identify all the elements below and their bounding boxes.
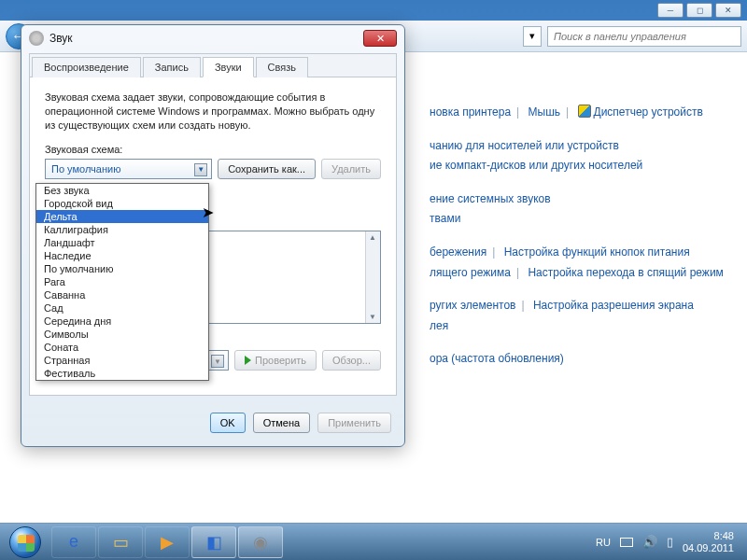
link-mouse[interactable]: Мышь — [529, 105, 561, 119]
scheme-label: Звуковая схема: — [45, 144, 381, 155]
window-titlebar: ─ ◻ ✕ — [0, 0, 747, 21]
dropdown-item[interactable]: Каллиграфия — [36, 223, 208, 236]
tab-playback[interactable]: Воспроизведение — [32, 57, 141, 77]
dropdown-item[interactable]: Странная — [36, 354, 208, 367]
link-display[interactable]: лея — [430, 319, 448, 332]
browse-button: Обзор... — [322, 350, 381, 371]
scheme-combobox[interactable]: По умолчанию ▼ — [45, 159, 212, 179]
link-sleep-transition[interactable]: Настройка перехода в спящий режим — [528, 266, 723, 279]
cancel-button[interactable]: Отмена — [253, 413, 310, 433]
speaker-icon — [29, 31, 44, 46]
scheme-description: Звуковая схема задает звуки, сопровождаю… — [45, 91, 381, 133]
dropdown-item[interactable]: Рага — [36, 275, 208, 288]
taskbar-ie[interactable]: e — [51, 526, 96, 558]
dropdown-item[interactable]: По умолчанию — [36, 262, 208, 275]
dropdown-item[interactable]: Без звука — [36, 184, 208, 197]
dropdown-item[interactable]: Фестиваль — [36, 367, 208, 380]
tab-recording[interactable]: Запись — [143, 57, 201, 77]
tab-sounds[interactable]: Звуки — [203, 57, 254, 77]
link-printer[interactable]: новка принтера — [430, 105, 511, 119]
play-icon — [245, 356, 251, 365]
chevron-down-icon: ▼ — [211, 355, 224, 368]
apply-button: Применить — [317, 413, 391, 433]
clock-time: 8:48 — [683, 530, 734, 541]
link-autoplay[interactable]: чанию для носителей или устройств — [430, 139, 619, 152]
dialog-close-button[interactable]: ✕ — [363, 30, 397, 47]
scheme-combobox-value: По умолчанию — [51, 163, 120, 175]
system-tray: RU 🔊 ▯ 8:48 04.09.2011 — [596, 530, 741, 553]
tabs: Воспроизведение Запись Звуки Связь — [30, 54, 396, 77]
scheme-dropdown-list[interactable]: Без звукаГородской видДельтаКаллиграфияЛ… — [35, 183, 209, 381]
dropdown-item[interactable]: Символы — [36, 328, 208, 341]
dropdown-item[interactable]: Ландшафт — [36, 236, 208, 249]
chevron-down-icon: ▼ — [194, 163, 207, 176]
link-refresh[interactable]: ора (частота обновления) — [430, 352, 564, 365]
network-tray-icon[interactable]: ▯ — [667, 535, 673, 549]
tab-communications[interactable]: Связь — [256, 57, 308, 77]
link-device-manager[interactable]: Диспетчер устройств — [594, 105, 703, 119]
close-button[interactable]: ✕ — [715, 3, 741, 18]
dialog-titlebar[interactable]: Звук ✕ — [21, 25, 404, 51]
taskbar-control-panel[interactable]: ◧ — [191, 526, 236, 558]
dropdown-item[interactable]: Городской вид — [36, 197, 208, 210]
nav-dropdown[interactable]: ▾ — [523, 26, 542, 47]
minimize-button[interactable]: ─ — [657, 3, 684, 18]
scrollbar[interactable] — [365, 231, 380, 323]
speaker-tray-icon[interactable]: 🔊 — [642, 535, 657, 549]
windows-orb-icon — [9, 526, 41, 558]
taskbar: e ▭ ▶ ◧ ◉ RU 🔊 ▯ 8:48 04.09.2011 — [0, 523, 747, 560]
dialog-buttons: OK Отмена Применить — [21, 403, 404, 446]
clock-date: 04.09.2011 — [683, 542, 734, 553]
link-power-buttons[interactable]: Настройка функций кнопок питания — [504, 245, 690, 259]
shield-icon — [578, 105, 591, 118]
clock[interactable]: 8:48 04.09.2011 — [683, 530, 734, 553]
dropdown-item[interactable]: Соната — [36, 341, 208, 354]
flag-icon[interactable] — [620, 538, 633, 547]
delete-button: Удалить — [321, 159, 381, 179]
link-system-sounds[interactable]: ение системных звуков — [430, 192, 551, 205]
taskbar-wmp[interactable]: ▶ — [145, 526, 190, 558]
lang-indicator[interactable]: RU — [596, 537, 611, 548]
dropdown-item[interactable]: Наследие — [36, 249, 208, 262]
dialog-title: Звук — [49, 32, 73, 45]
link-power[interactable]: бережения — [430, 245, 486, 259]
link-cd-autoplay[interactable]: ие компакт-дисков или других носителей — [430, 159, 642, 172]
ok-button[interactable]: OK — [210, 413, 246, 433]
start-button[interactable] — [0, 524, 50, 561]
taskbar-sound[interactable]: ◉ — [238, 526, 283, 558]
cursor-icon: ➤ — [202, 203, 214, 221]
maximize-button[interactable]: ◻ — [686, 3, 712, 18]
dropdown-item[interactable]: Середина дня — [36, 315, 208, 328]
link-resolution[interactable]: Настройка разрешения экрана — [533, 299, 694, 312]
link-other[interactable]: ругих элементов — [430, 299, 515, 312]
taskbar-explorer[interactable]: ▭ — [98, 526, 143, 558]
dropdown-item[interactable]: Саванна — [36, 288, 208, 301]
dropdown-item[interactable]: Сад — [36, 301, 208, 315]
link-sleep[interactable]: лящего режима — [430, 266, 511, 279]
dropdown-item[interactable]: Дельта — [36, 210, 208, 223]
save-as-button[interactable]: Сохранить как... — [218, 159, 316, 179]
play-button: Проверить — [234, 350, 317, 371]
link-manage[interactable]: твами — [430, 212, 460, 225]
search-input[interactable] — [547, 26, 741, 47]
